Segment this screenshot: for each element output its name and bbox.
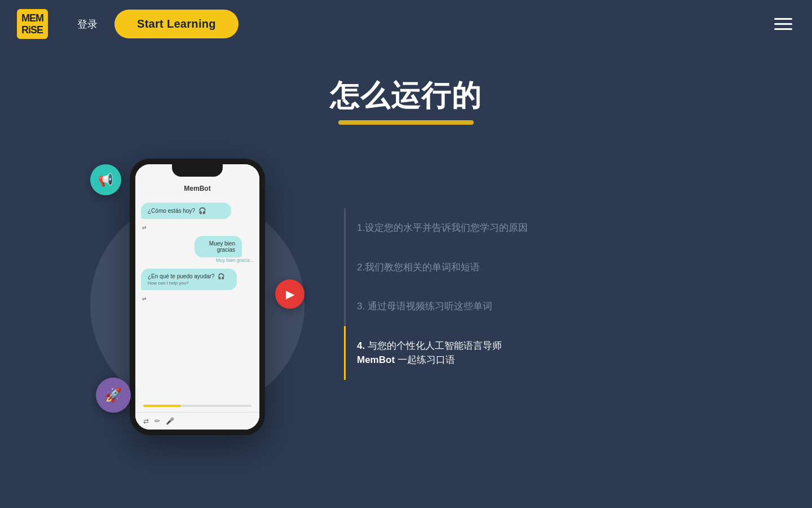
play-icon: ▶ [286, 287, 294, 301]
progress-bar-container [143, 405, 251, 407]
video-float-icon: ▶ [275, 279, 304, 309]
chat-bubble-2: Muey bien gracias [195, 236, 242, 257]
step-1-number: 1. [357, 222, 365, 233]
step-2-text: 2.我们教您相关的单词和短语 [357, 260, 480, 275]
step-3-text: 3. 通过母语视频练习听这些单词 [357, 299, 492, 314]
progress-bar-fill [143, 405, 181, 407]
translate-bottom-icon: ⇄ [143, 417, 149, 425]
step-4: 4. 与您的个性化人工智能语言导师 MemBot 一起练习口语 [344, 326, 710, 380]
phone-frame: MemBot ¿Cómo estás hoy? 🎧 ⇄ Muey bien gr… [130, 159, 265, 435]
correction-text: Muy bien gracia... [195, 257, 254, 263]
membot-header: MemBot [135, 180, 259, 198]
hamburger-line-2 [774, 23, 792, 25]
chat-bubble-2-wrapper: Muey bien gracias Muy bien gracia... [195, 236, 254, 263]
edit-bottom-icon: ✏ [155, 417, 160, 425]
speaker-float-icon: 📢 [90, 164, 121, 195]
bubble-1-text: ¿Cómo estás hoy? [148, 208, 195, 214]
phone-mockup: 📢 ▶ 🚀 MemBot ¿Cómo estás hoy? [102, 147, 293, 441]
mic-bottom-icon: 🎤 [166, 417, 174, 425]
step-4-text: 4. 与您的个性化人工智能语言导师 MemBot 一起练习口语 [357, 339, 502, 367]
logo-text: MEMRiSE [21, 12, 43, 36]
header: MEMRiSE 登录 Start Learning [0, 0, 812, 48]
start-learning-button[interactable]: Start Learning [114, 10, 239, 38]
phone-bottom-bar: ⇄ ✏ 🎤 [135, 412, 259, 430]
bubble-3-subtitle: How can I help you? [148, 281, 230, 286]
page-title: 怎么运行的 [330, 76, 482, 116]
login-button[interactable]: 登录 [77, 17, 98, 31]
page-title-section: 怎么运行的 [330, 76, 482, 125]
step-3: 3. 通过母语视频练习听这些单词 [344, 287, 710, 326]
bubble-3-text: ¿En qué te puedo ayudar? [148, 273, 214, 279]
hamburger-menu[interactable] [771, 15, 795, 33]
content-section: 📢 ▶ 🚀 MemBot ¿Cómo estás hoy? [68, 147, 744, 441]
step-2-number: 2. [357, 262, 365, 273]
translate-icon-3: ⇄ [142, 296, 254, 301]
headphone-icon-1: 🎧 [198, 207, 206, 214]
step-4-membot: MemBot [357, 354, 395, 365]
steps-section: 1.设定您的水平并告诉我们您学习的原因 2.我们教您相关的单词和短语 3. 通过… [338, 208, 710, 380]
hamburger-line-3 [774, 28, 792, 30]
chat-bubble-1: ¿Cómo estás hoy? 🎧 [141, 203, 231, 219]
title-underline [338, 120, 474, 125]
main-content: 怎么运行的 📢 ▶ 🚀 MemBot [0, 48, 812, 508]
progress-bar-bg [143, 405, 251, 407]
headphone-icon-3: 🎧 [218, 273, 224, 279]
speaker-icon: 📢 [98, 173, 113, 187]
bubble-3-top: ¿En qué te puedo ayudar? 🎧 [148, 273, 230, 279]
chat-area: ¿Cómo estás hoy? 🎧 ⇄ Muey bien gracias M… [135, 198, 259, 306]
rocket-icon: 🚀 [105, 387, 122, 403]
step-1-text: 1.设定您的水平并告诉我们您学习的原因 [357, 221, 528, 235]
chat-bubble-3: ¿En qué te puedo ayudar? 🎧 How can I hel… [141, 269, 237, 290]
step-3-number: 3. [357, 301, 365, 312]
logo: MEMRiSE [17, 9, 55, 39]
translate-icon-1: ⇄ [142, 225, 254, 230]
step-4-number: 4. [357, 340, 365, 351]
step-1: 1.设定您的水平并告诉我们您学习的原因 [344, 208, 710, 248]
phone-notch [172, 164, 223, 177]
phone-screen: MemBot ¿Cómo estás hoy? 🎧 ⇄ Muey bien gr… [135, 164, 259, 430]
hamburger-line-1 [774, 18, 792, 20]
step-2: 2.我们教您相关的单词和短语 [344, 248, 710, 287]
rocket-float-icon: 🚀 [96, 378, 131, 413]
